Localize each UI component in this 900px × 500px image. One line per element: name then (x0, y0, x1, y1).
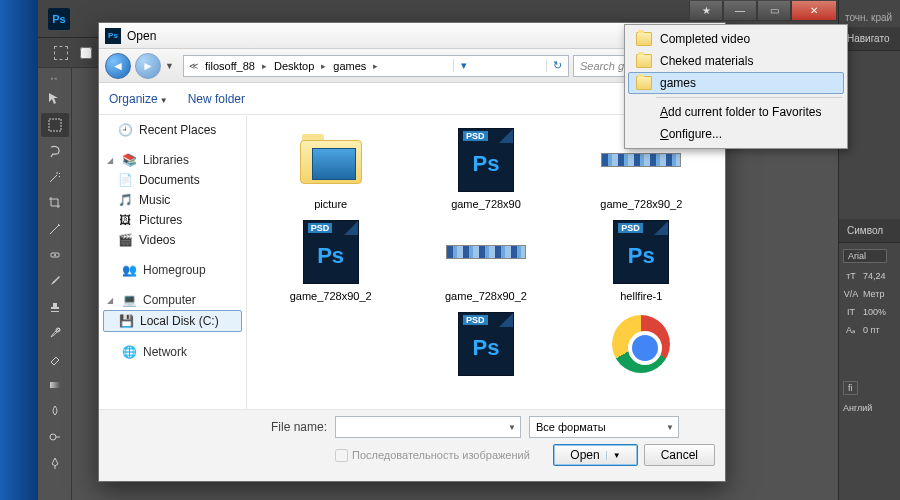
menu-item-add-favorite[interactable]: Add current folder to Favorites (628, 101, 844, 123)
chevron-icon: ≪ (186, 61, 201, 71)
file-item[interactable]: game_728x90_2 (410, 218, 561, 302)
file-label: game_728x90_2 (600, 198, 682, 210)
chevron-right-icon: ▸ (259, 61, 270, 71)
file-item[interactable]: PSDPsgame_728x90 (410, 126, 561, 210)
navigator-tab[interactable]: Навигато (839, 27, 900, 51)
minimize-button[interactable]: — (723, 1, 757, 21)
font-family-field[interactable]: Arial (843, 249, 887, 263)
file-label: game_728x90 (451, 198, 521, 210)
sidebar-tree: 🕘Recent Places ◢📚Libraries 📄Documents 🎵M… (99, 116, 247, 417)
sidebar-item-recent[interactable]: 🕘Recent Places (99, 120, 246, 140)
collapse-icon: ◢ (107, 156, 115, 165)
sidebar-item-localdisk[interactable]: 💾Local Disk (C:) (103, 310, 242, 332)
kerning-field[interactable]: Метр (863, 289, 884, 299)
file-item[interactable]: PSDPshellfire-1 (566, 218, 717, 302)
psd-file-icon: PSDPs (303, 220, 359, 284)
marquee-preview-icon (54, 46, 68, 60)
videos-icon: 🎬 (117, 232, 133, 248)
sidebar-item-pictures[interactable]: 🖼Pictures (99, 210, 246, 230)
font-size-field[interactable]: 74,24 (863, 271, 886, 281)
language-field[interactable]: Англий (843, 403, 872, 413)
menu-item-configure[interactable]: Configure... (628, 123, 844, 145)
sidebar-item-network[interactable]: 🌐Network (99, 342, 246, 362)
sidebar-group-computer[interactable]: ◢💻Computer (99, 290, 246, 310)
maximize-button[interactable]: ▭ (757, 1, 791, 21)
sidebar-item-homegroup[interactable]: 👥Homegroup (99, 260, 246, 280)
filetype-select[interactable]: Все форматы▼ (529, 416, 679, 438)
sequence-checkbox[interactable]: Последовательность изображений (335, 449, 530, 462)
menu-item-folder[interactable]: Completed video (628, 28, 844, 50)
new-folder-button[interactable]: New folder (188, 92, 245, 106)
file-item[interactable] (566, 310, 717, 382)
recent-icon: 🕘 (117, 122, 133, 138)
vscale-field[interactable]: 100% (863, 307, 886, 317)
crumb-dropdown-icon[interactable]: ▾ (453, 59, 475, 72)
file-label: picture (314, 198, 347, 210)
baseline-field[interactable]: 0 пт (863, 325, 880, 335)
network-icon: 🌐 (121, 344, 137, 360)
organize-button[interactable]: Organize▼ (109, 92, 168, 106)
sidebar-item-videos[interactable]: 🎬Videos (99, 230, 246, 250)
file-label: game_728x90_2 (445, 290, 527, 302)
wand-tool[interactable] (41, 165, 69, 189)
dialog-footer: File name: ▼ Все форматы▼ Последовательн… (99, 409, 725, 481)
baseline-icon: Aₐ (843, 325, 859, 335)
documents-icon: 📄 (117, 172, 133, 188)
pen-tool[interactable] (41, 451, 69, 475)
file-item[interactable]: PSDPsgame_728x90_2 (255, 218, 406, 302)
kerning-icon: V/A (843, 289, 859, 299)
photoshop-logo: Ps (48, 8, 70, 30)
open-button[interactable]: Open▼ (553, 444, 637, 466)
eraser-tool[interactable] (41, 347, 69, 371)
stamp-tool[interactable] (41, 295, 69, 319)
back-button[interactable]: ◄ (105, 53, 131, 79)
psd-file-icon: PSDPs (458, 312, 514, 376)
psd-file-icon: PSDPs (613, 220, 669, 284)
breadcrumb-segment[interactable]: filosoff_88 (201, 60, 259, 72)
gradient-tool[interactable] (41, 373, 69, 397)
file-item[interactable] (255, 310, 406, 382)
close-button[interactable]: ✕ (791, 1, 837, 21)
history-brush-tool[interactable] (41, 321, 69, 345)
brush-tool[interactable] (41, 269, 69, 293)
disk-icon: 💾 (118, 313, 134, 329)
healing-tool[interactable] (41, 243, 69, 267)
photoshop-tools-panel: ▪▪ (38, 68, 72, 500)
forward-button[interactable]: ► (135, 53, 161, 79)
menu-item-folder[interactable]: games (628, 72, 844, 94)
pictures-icon: 🖼 (117, 212, 133, 228)
dodge-tool[interactable] (41, 425, 69, 449)
refresh-icon[interactable]: ↻ (546, 59, 568, 72)
cancel-button[interactable]: Cancel (644, 444, 715, 466)
marquee-tool[interactable] (41, 113, 69, 137)
file-item[interactable]: PSDPs (410, 310, 561, 382)
character-tab[interactable]: Символ (839, 219, 900, 243)
eyedropper-tool[interactable] (41, 217, 69, 241)
filename-input[interactable]: ▼ (335, 416, 521, 438)
windows-taskbar (0, 0, 38, 500)
lasso-tool[interactable] (41, 139, 69, 163)
menu-item-folder[interactable]: Cheked materials (628, 50, 844, 72)
breadcrumb-segment[interactable]: Desktop (270, 60, 318, 72)
ligature-icon[interactable]: fi (843, 381, 858, 395)
panel-grip-icon: ▪▪ (51, 74, 59, 83)
option-checkbox[interactable] (80, 47, 92, 59)
sidebar-item-documents[interactable]: 📄Documents (99, 170, 246, 190)
favorites-button[interactable]: ★ (689, 1, 723, 21)
psd-file-icon: PSDPs (458, 128, 514, 192)
sidebar-group-libraries[interactable]: ◢📚Libraries (99, 150, 246, 170)
crop-tool[interactable] (41, 191, 69, 215)
dialog-title: Open (127, 29, 156, 43)
move-tool[interactable] (41, 87, 69, 111)
homegroup-icon: 👥 (121, 262, 137, 278)
file-item[interactable]: picture (255, 126, 406, 210)
vscale-icon: IT (843, 307, 859, 317)
font-size-icon: тT (843, 271, 859, 281)
history-dropdown[interactable]: ▼ (165, 61, 179, 71)
file-list[interactable]: picturePSDPsgame_728x90game_728x90_2PSDP… (247, 116, 725, 417)
sidebar-item-music[interactable]: 🎵Music (99, 190, 246, 210)
breadcrumb-segment[interactable]: games (329, 60, 370, 72)
libraries-icon: 📚 (121, 152, 137, 168)
breadcrumb-bar[interactable]: ≪ filosoff_88 ▸ Desktop ▸ games ▸ ▾ ↻ (183, 55, 569, 77)
blur-tool[interactable] (41, 399, 69, 423)
